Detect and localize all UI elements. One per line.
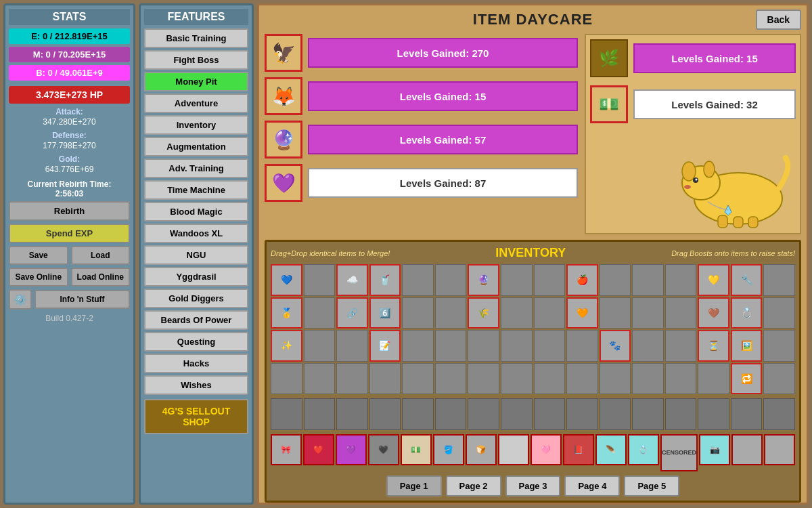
extra-1[interactable] xyxy=(304,398,336,430)
feature-btn-0[interactable]: Basic Training xyxy=(144,28,248,48)
feature-btn-8[interactable]: Blood Magic xyxy=(144,202,248,221)
feature-btn-17[interactable]: 4G'S SELLOUT SHOP xyxy=(144,399,248,434)
extra-2[interactable] xyxy=(336,398,368,430)
inv-cell-0-8[interactable] xyxy=(534,264,566,296)
bottom-6[interactable]: 🍞 xyxy=(466,434,497,465)
extra-7[interactable] xyxy=(501,398,533,430)
inv-cell-3-3[interactable] xyxy=(369,363,401,395)
extra-6[interactable] xyxy=(468,398,499,430)
inv-cell-2-8[interactable] xyxy=(534,330,566,362)
page-2-button[interactable]: Page 2 xyxy=(446,475,501,496)
page-5-button[interactable]: Page 5 xyxy=(624,475,679,496)
feature-btn-9[interactable]: Wandoos XL xyxy=(144,224,248,243)
item-slot-right-2[interactable]: 💵 xyxy=(590,85,628,123)
inv-cell-2-10[interactable]: 🐾 xyxy=(600,330,631,362)
item-slot-1[interactable]: 🦅 xyxy=(265,34,302,72)
inv-cell-0-11[interactable] xyxy=(632,264,664,296)
inv-cell-0-7[interactable] xyxy=(501,264,533,296)
bottom-13[interactable]: 📷 xyxy=(699,434,730,465)
feature-btn-1[interactable]: Fight Boss xyxy=(144,50,248,70)
inv-cell-2-3[interactable]: 📝 xyxy=(369,330,401,362)
feature-btn-10[interactable]: NGU xyxy=(144,245,248,265)
inv-cell-0-14[interactable]: 🔧 xyxy=(731,264,763,296)
extra-4[interactable] xyxy=(402,398,434,430)
inv-cell-1-4[interactable] xyxy=(402,297,434,329)
bottom-15[interactable] xyxy=(764,434,795,465)
inv-cell-2-9[interactable] xyxy=(566,330,598,362)
inv-cell-1-6[interactable]: 🌾 xyxy=(468,297,499,329)
feature-btn-15[interactable]: Hacks xyxy=(144,354,248,373)
info-button[interactable]: Info 'n Stuff xyxy=(35,290,130,309)
inv-cell-3-5[interactable] xyxy=(435,363,467,395)
bottom-8[interactable]: 🩷 xyxy=(531,434,562,465)
extra-0[interactable] xyxy=(271,398,302,430)
inv-cell-2-7[interactable] xyxy=(501,330,533,362)
inv-cell-0-4[interactable] xyxy=(402,264,434,296)
inv-cell-3-8[interactable] xyxy=(534,363,566,395)
extra-14[interactable] xyxy=(731,398,763,430)
inv-cell-2-14[interactable]: 🖼️ xyxy=(731,330,763,362)
feature-btn-3[interactable]: Adventure xyxy=(144,93,248,113)
inv-cell-1-11[interactable] xyxy=(632,297,664,329)
feature-btn-13[interactable]: Beards Of Power xyxy=(144,310,248,330)
item-slot-3[interactable]: 🔮 xyxy=(265,121,302,158)
inv-cell-3-14[interactable]: 🔁 xyxy=(731,363,763,395)
feature-btn-5[interactable]: Augmentation xyxy=(144,137,248,156)
inv-cell-2-5[interactable] xyxy=(435,330,467,362)
inv-cell-0-0[interactable]: 💙 xyxy=(271,264,302,296)
bottom-1[interactable]: ❤️ xyxy=(303,434,334,465)
inv-cell-1-9[interactable]: 🧡 xyxy=(566,297,598,329)
inv-cell-3-2[interactable] xyxy=(336,363,368,395)
bottom-7[interactable] xyxy=(498,434,529,465)
inv-cell-1-12[interactable] xyxy=(665,297,697,329)
save-online-button[interactable]: Save Online xyxy=(9,268,68,287)
inv-cell-0-15[interactable] xyxy=(763,264,795,296)
back-button[interactable]: Back xyxy=(756,9,801,30)
inv-cell-1-2[interactable]: 🔗 xyxy=(336,297,368,329)
feature-btn-6[interactable]: Adv. Training xyxy=(144,158,248,178)
feature-btn-4[interactable]: Inventory xyxy=(144,115,248,135)
inv-cell-2-6[interactable] xyxy=(468,330,499,362)
load-online-button[interactable]: Load Online xyxy=(71,268,131,287)
inv-cell-2-13[interactable]: ⏳ xyxy=(698,330,729,362)
bottom-12[interactable]: CENSORED xyxy=(660,434,698,471)
extra-5[interactable] xyxy=(435,398,467,430)
inv-cell-3-15[interactable] xyxy=(763,363,795,395)
inv-cell-1-1[interactable] xyxy=(304,297,336,329)
bottom-2[interactable]: 💜 xyxy=(336,434,367,465)
inv-cell-1-0[interactable]: 🥇 xyxy=(271,297,302,329)
bottom-0[interactable]: 🎀 xyxy=(271,434,302,465)
item-slot-right-1[interactable]: 🌿 xyxy=(590,39,628,77)
inv-cell-2-1[interactable] xyxy=(304,330,336,362)
bottom-4[interactable]: 💵 xyxy=(401,434,432,465)
rebirth-button[interactable]: Rebirth xyxy=(9,201,130,221)
inv-cell-1-14[interactable]: 💍 xyxy=(731,297,763,329)
inv-cell-3-13[interactable] xyxy=(698,363,729,395)
extra-8[interactable] xyxy=(534,398,566,430)
gear-button[interactable]: ⚙️ xyxy=(9,289,32,310)
inv-cell-0-1[interactable] xyxy=(304,264,336,296)
inv-cell-0-13[interactable]: 💛 xyxy=(698,264,729,296)
inv-cell-3-6[interactable] xyxy=(468,363,499,395)
inv-cell-3-1[interactable] xyxy=(304,363,336,395)
extra-15[interactable] xyxy=(763,398,795,430)
inv-cell-2-2[interactable] xyxy=(336,330,368,362)
inv-cell-1-8[interactable] xyxy=(534,297,566,329)
bottom-5[interactable]: 🪣 xyxy=(433,434,464,465)
inv-cell-2-0[interactable]: ✨ xyxy=(271,330,302,362)
inv-cell-2-15[interactable] xyxy=(763,330,795,362)
extra-9[interactable] xyxy=(566,398,598,430)
extra-10[interactable] xyxy=(600,398,631,430)
inv-cell-0-3[interactable]: 🥤 xyxy=(369,264,401,296)
inv-cell-1-10[interactable] xyxy=(600,297,631,329)
inv-cell-3-12[interactable] xyxy=(665,363,697,395)
inv-cell-3-11[interactable] xyxy=(632,363,664,395)
inv-cell-1-15[interactable] xyxy=(763,297,795,329)
inv-cell-0-9[interactable]: 🍎 xyxy=(566,264,598,296)
item-slot-2[interactable]: 🦊 xyxy=(265,77,302,115)
extra-11[interactable] xyxy=(632,398,664,430)
inv-cell-2-11[interactable] xyxy=(632,330,664,362)
extra-13[interactable] xyxy=(698,398,729,430)
inv-cell-0-10[interactable] xyxy=(600,264,631,296)
page-1-button[interactable]: Page 1 xyxy=(386,475,442,496)
